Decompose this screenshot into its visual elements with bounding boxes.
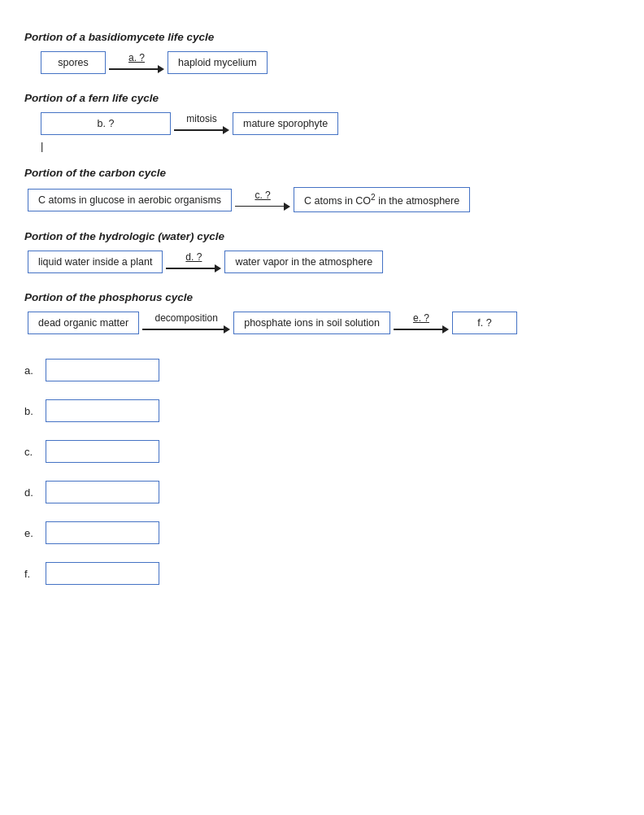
arrow-c-line: [235, 206, 284, 207]
arrow-d: [166, 264, 221, 272]
arrow-d-head: [215, 264, 221, 272]
arrow-c-label: c. ?: [255, 190, 270, 201]
arrow-c: [235, 203, 290, 211]
phosphorus-section: Portion of the phosphorus cycle dead org…: [24, 291, 620, 334]
fern-row: b. ? mitosis mature sporophyte: [41, 112, 620, 135]
arrow-a-label: a. ?: [128, 52, 145, 63]
answer-row-f: f.: [24, 562, 620, 585]
arrow-c-container: c. ?: [235, 190, 290, 211]
basidiomycete-row: spores a. ? haploid mycelium: [41, 51, 620, 74]
arrow-mitosis: [174, 126, 229, 134]
answer-label-f: f.: [24, 568, 39, 580]
answer-input-c[interactable]: [46, 440, 159, 463]
carbon-section: Portion of the carbon cycle C atoms in g…: [24, 167, 620, 212]
arrow-e: [394, 325, 449, 333]
answer-input-b[interactable]: [46, 399, 159, 422]
vertical-bar: |: [41, 140, 620, 152]
f-box: f. ?: [452, 312, 517, 334]
c-atoms-co2-label-2: in the atmosphere: [378, 195, 459, 207]
phosphorus-title: Portion of the phosphorus cycle: [24, 291, 620, 303]
answer-input-f[interactable]: [46, 562, 159, 585]
water-vapor-box: water vapor in the atmosphere: [224, 251, 383, 273]
dead-organic-box: dead organic matter: [28, 312, 139, 334]
answer-row-a: a.: [24, 359, 620, 381]
co2-superscript: 2: [371, 193, 376, 202]
b-box-label: b. ?: [98, 118, 115, 129]
spores-box: spores: [41, 51, 106, 74]
arrow-a-head: [158, 65, 164, 73]
arrow-decomp: [142, 325, 230, 333]
answer-label-b: b.: [24, 405, 39, 417]
mature-sporophyte-box: mature sporophyte: [233, 112, 338, 135]
hydrologic-section: Portion of the hydrologic (water) cycle …: [24, 230, 620, 273]
c-atoms-co2-box: C atoms in CO2 in the atmosphere: [294, 187, 470, 212]
basidiomycete-title: Portion of a basidiomycete life cycle: [24, 31, 620, 43]
arrow-decomp-container: decomposition: [142, 312, 230, 333]
arrow-a-container: a. ?: [109, 52, 164, 73]
arrow-mitosis-label: mitosis: [186, 113, 216, 124]
answer-label-e: e.: [24, 527, 39, 539]
arrow-a: [109, 65, 164, 73]
fern-section: Portion of a fern life cycle b. ? mitosi…: [24, 92, 620, 152]
arrow-mitosis-container: mitosis: [174, 113, 229, 134]
arrow-d-container: d. ?: [166, 251, 221, 272]
arrow-a-line: [109, 68, 158, 70]
answer-label-d: d.: [24, 486, 39, 499]
answer-input-a[interactable]: [46, 359, 159, 381]
arrow-e-label: e. ?: [413, 312, 429, 324]
arrow-e-head: [442, 325, 449, 333]
arrow-e-container: e. ?: [394, 312, 449, 333]
answer-input-d[interactable]: [46, 481, 159, 503]
arrow-d-label: d. ?: [185, 251, 202, 263]
basidiomycete-section: Portion of a basidiomycete life cycle sp…: [24, 31, 620, 74]
liquid-water-box: liquid water inside a plant: [28, 251, 163, 273]
answer-label-c: c.: [24, 446, 39, 458]
hydrologic-row: liquid water inside a plant d. ? water v…: [28, 251, 620, 273]
arrow-e-line: [394, 329, 442, 330]
fern-title: Portion of a fern life cycle: [24, 92, 620, 104]
arrow-decomp-head: [224, 325, 230, 333]
answer-row-c: c.: [24, 440, 620, 463]
arrow-c-head: [284, 203, 290, 211]
answer-row-e: e.: [24, 521, 620, 544]
arrow-decomp-line: [142, 329, 224, 330]
arrow-mitosis-head: [223, 126, 229, 134]
c-atoms-glucose-box: C atoms in glucose in aerobic organisms: [28, 189, 232, 211]
answer-row-b: b.: [24, 399, 620, 422]
carbon-row: C atoms in glucose in aerobic organisms …: [28, 187, 620, 212]
arrow-d-line: [166, 268, 215, 269]
answer-input-e[interactable]: [46, 521, 159, 544]
answer-section: a. b. c. d. e. f.: [24, 359, 620, 585]
arrow-mitosis-line: [174, 129, 223, 131]
haploid-mycelium-box: haploid mycelium: [168, 51, 268, 74]
carbon-title: Portion of the carbon cycle: [24, 167, 620, 179]
b-box: b. ?: [41, 112, 171, 135]
hydrologic-title: Portion of the hydrologic (water) cycle: [24, 230, 620, 242]
c-atoms-co2-label-1: C atoms in CO: [304, 195, 371, 207]
phosphorus-row: dead organic matter decomposition phosph…: [28, 312, 620, 334]
answer-row-d: d.: [24, 481, 620, 503]
arrow-decomp-label: decomposition: [154, 312, 217, 324]
answer-label-a: a.: [24, 364, 39, 377]
phosphate-ions-box: phosphate ions in soil solution: [233, 312, 390, 334]
